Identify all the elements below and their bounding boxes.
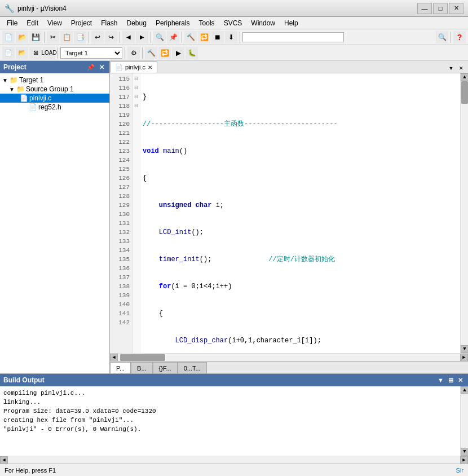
scroll-down-button[interactable]: ▼ bbox=[461, 345, 468, 353]
target-select[interactable]: Target 1 bbox=[60, 47, 122, 59]
minimize-button[interactable]: — bbox=[417, 3, 432, 14]
menu-project[interactable]: Project bbox=[67, 17, 96, 29]
open-project-button[interactable]: 📂 bbox=[16, 47, 28, 59]
build-hscroll[interactable]: ◀ ▶ bbox=[0, 456, 468, 464]
menu-debug[interactable]: Debug bbox=[122, 17, 151, 29]
tree-item-target1[interactable]: ▼ 📁 Target 1 bbox=[0, 76, 109, 85]
editor-menu-button[interactable]: ▼ bbox=[447, 64, 456, 73]
new-project-button[interactable]: 📄 bbox=[2, 47, 15, 59]
close-button[interactable]: ✕ bbox=[449, 3, 463, 14]
new-file-button[interactable]: 📄 bbox=[2, 31, 15, 43]
ln-121: 121 bbox=[110, 129, 132, 138]
build-output-close[interactable]: ✕ bbox=[456, 377, 465, 384]
redo-button[interactable]: ↪ bbox=[105, 31, 117, 43]
code-area[interactable]: } //------------------主函数---------------… bbox=[140, 73, 460, 353]
back-button[interactable]: ◀ bbox=[122, 31, 135, 43]
hscroll-left-button[interactable]: ◀ bbox=[110, 354, 118, 362]
forward-button[interactable]: ▶ bbox=[136, 31, 148, 43]
menu-flash[interactable]: Flash bbox=[96, 17, 122, 29]
bottom-tab-t[interactable]: 0...T... bbox=[178, 362, 207, 373]
maximize-button[interactable]: □ bbox=[433, 3, 448, 14]
editor-tab-pinlvji[interactable]: 📄 pinlvji.c ✕ bbox=[110, 61, 157, 73]
editor-hscroll[interactable]: ◀ ▶ bbox=[110, 353, 468, 361]
hscroll-thumb[interactable] bbox=[120, 354, 165, 361]
build-hscroll-left[interactable]: ◀ bbox=[0, 456, 8, 464]
ln-125: 125 bbox=[110, 165, 132, 174]
fold-116[interactable]: ⊟ bbox=[133, 74, 140, 83]
scroll-track[interactable] bbox=[461, 81, 468, 345]
menu-window[interactable]: Window bbox=[246, 17, 280, 29]
build-scroll-up[interactable]: ▲ bbox=[461, 386, 468, 394]
find-button[interactable]: 🔍 bbox=[436, 31, 448, 43]
folder-icon-2: 📁 bbox=[16, 85, 25, 93]
cut-button[interactable]: ✂ bbox=[47, 31, 59, 43]
build-scroll-track[interactable] bbox=[461, 394, 468, 448]
paste-button[interactable]: 📑 bbox=[74, 31, 86, 43]
search-input[interactable] bbox=[242, 32, 344, 42]
status-text: For Help, press F1 bbox=[5, 467, 56, 474]
fold-118[interactable]: ⊟ bbox=[133, 83, 140, 92]
rebuild2-button[interactable]: 🔁 bbox=[158, 47, 171, 59]
ln-115: 115 bbox=[110, 74, 132, 83]
build-hscroll-right[interactable]: ▶ bbox=[460, 456, 468, 464]
bottom-tab-b[interactable]: B... bbox=[131, 362, 153, 373]
build2-button[interactable]: 🔨 bbox=[145, 47, 157, 59]
build-line-3: Program Size: data=39.0 xdata=0 code=132… bbox=[3, 407, 457, 416]
tree-label-pinlvji: pinlvji.c bbox=[29, 94, 51, 102]
editor-close-all-button[interactable]: ✕ bbox=[457, 64, 466, 73]
build-line-4: creating hex file from "pinlvji"... bbox=[3, 416, 457, 425]
ln-128: 128 bbox=[110, 192, 132, 201]
menu-view[interactable]: View bbox=[43, 17, 67, 29]
menu-help[interactable]: Help bbox=[280, 17, 303, 29]
editor-scrollbar[interactable]: ▲ ▼ bbox=[460, 73, 468, 353]
fold-134[interactable]: ⊟ bbox=[133, 102, 140, 111]
project-pin-button[interactable]: 📌 bbox=[85, 64, 96, 71]
bottom-tab-f[interactable]: {}F... bbox=[153, 362, 178, 373]
debug-start-button[interactable]: 🐛 bbox=[186, 47, 198, 59]
scroll-thumb[interactable] bbox=[461, 81, 468, 104]
build-output-pin[interactable]: ▼ bbox=[436, 377, 445, 384]
hscroll-track[interactable] bbox=[118, 354, 460, 362]
build-scroll-down[interactable]: ▼ bbox=[461, 448, 468, 456]
hscroll-right-button[interactable]: ▶ bbox=[460, 354, 468, 362]
ln-132: 132 bbox=[110, 228, 132, 237]
download-button[interactable]: ⬇ bbox=[225, 31, 237, 43]
build-button[interactable]: 🔨 bbox=[184, 31, 197, 43]
search-button[interactable]: 🔍 bbox=[153, 31, 166, 43]
build-output-controls: ▼ ⊞ ✕ bbox=[436, 377, 465, 384]
bookmark-button[interactable]: 📌 bbox=[167, 31, 179, 43]
save-button[interactable]: 💾 bbox=[29, 31, 42, 43]
load-button[interactable]: LOAD bbox=[43, 47, 55, 59]
fold-132[interactable]: ⊟ bbox=[133, 92, 140, 102]
menu-file[interactable]: File bbox=[2, 17, 22, 29]
undo-button[interactable]: ↩ bbox=[91, 31, 104, 43]
ln-126: 126 bbox=[110, 174, 132, 183]
stop-button[interactable]: ⏹ bbox=[211, 31, 224, 43]
tree-item-reg52[interactable]: 📄 reg52.h bbox=[0, 103, 109, 112]
target-options-button[interactable]: ⚙ bbox=[127, 47, 140, 59]
bottom-tab-p[interactable]: P... bbox=[110, 362, 131, 373]
toolbar-sep-6 bbox=[240, 32, 240, 43]
open-button[interactable]: 📂 bbox=[16, 31, 28, 43]
build-scrollbar[interactable]: ▲ ▼ bbox=[460, 386, 468, 456]
toolbar-sep-5 bbox=[182, 32, 182, 43]
ln-131: 131 bbox=[110, 219, 132, 228]
titlebar-controls: — □ ✕ bbox=[417, 3, 463, 14]
menu-peripherals[interactable]: Peripherals bbox=[151, 17, 195, 29]
menu-svcs[interactable]: SVCS bbox=[219, 17, 247, 29]
menu-tools[interactable]: Tools bbox=[195, 17, 219, 29]
code-line-118: { bbox=[143, 174, 458, 183]
project-close-button[interactable]: ✕ bbox=[98, 64, 106, 71]
tree-item-sourcegroup1[interactable]: ▼ 📁 Source Group 1 bbox=[0, 85, 109, 94]
rebuild-button[interactable]: 🔁 bbox=[198, 31, 210, 43]
menu-edit[interactable]: Edit bbox=[22, 17, 43, 29]
tab-close-pinlvji[interactable]: ✕ bbox=[148, 64, 152, 70]
build-output-float[interactable]: ⊞ bbox=[447, 377, 455, 384]
tree-expand-target1: ▼ bbox=[2, 77, 8, 83]
tree-item-pinlvji[interactable]: 📄 pinlvji.c bbox=[0, 94, 109, 103]
run-button[interactable]: ▶ bbox=[172, 47, 184, 59]
copy-button[interactable]: 📋 bbox=[60, 31, 73, 43]
scroll-up-button[interactable]: ▲ bbox=[461, 73, 468, 81]
help-button[interactable]: ? bbox=[453, 31, 466, 43]
close-project-button[interactable]: ⊠ bbox=[29, 47, 42, 59]
